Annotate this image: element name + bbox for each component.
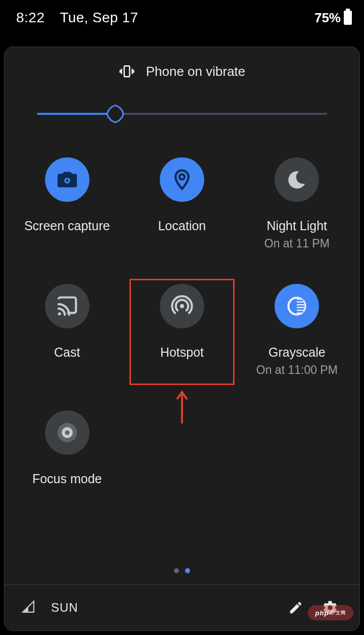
page-indicator[interactable] [5, 558, 359, 584]
signal-icon [22, 600, 35, 615]
svg-marker-1 [107, 105, 123, 122]
contrast-icon [286, 295, 308, 317]
settings-button[interactable] [318, 596, 342, 620]
annotation-arrow-icon [175, 389, 189, 425]
tile-label: Night Light [267, 218, 328, 234]
status-time: 8:22 [16, 10, 45, 26]
cast-icon [56, 294, 79, 318]
tile-focus-mode: Focus mode [10, 407, 124, 487]
tile-button-grayscale[interactable] [275, 284, 319, 328]
brightness-thumb[interactable] [106, 104, 125, 123]
tile-cast: Cast [10, 281, 124, 360]
svg-rect-0 [124, 66, 129, 76]
tile-sublabel: On at 11:00 PM [256, 363, 338, 377]
tile-label: Screen capture [24, 218, 110, 234]
page-dot[interactable] [174, 568, 179, 573]
tile-sublabel: On at 11 PM [264, 237, 330, 250]
battery-icon [344, 11, 352, 25]
tiles-grid: Screen capture Location [5, 154, 359, 558]
tile-hotspot: Hotspot [124, 281, 239, 360]
tile-button-night-light[interactable] [275, 157, 319, 202]
svg-point-11 [65, 430, 69, 435]
tile-label: Location [158, 218, 206, 234]
svg-point-6 [58, 312, 61, 315]
edit-tiles-button[interactable] [284, 596, 308, 620]
camera-icon [56, 168, 79, 191]
focus-icon [56, 421, 79, 444]
tile-label: Cast [54, 345, 80, 360]
qs-footer: SUN [5, 585, 359, 630]
tile-label: Focus mode [32, 471, 102, 487]
tile-button-cast[interactable] [45, 284, 89, 328]
battery-percent: 75% [314, 10, 341, 26]
tile-screen-capture: Screen capture [10, 154, 124, 234]
tile-label: Hotspot [160, 345, 204, 360]
tile-button-focus-mode[interactable] [45, 410, 89, 455]
pencil-icon [288, 600, 303, 615]
location-pin-icon [170, 168, 194, 191]
svg-point-5 [179, 175, 185, 180]
tile-button-screen-capture[interactable] [45, 157, 89, 202]
svg-point-4 [66, 179, 68, 182]
status-date: Tue, Sep 17 [60, 10, 139, 26]
brightness-slider[interactable] [37, 104, 327, 124]
vibrate-icon [119, 63, 135, 79]
svg-point-7 [180, 304, 184, 308]
moon-icon [285, 168, 308, 191]
tile-button-hotspot[interactable] [160, 284, 204, 328]
ringer-mode-label: Phone on vibrate [146, 64, 246, 79]
status-bar: 8:22 Tue, Sep 17 75% [0, 0, 364, 35]
ringer-mode-row[interactable]: Phone on vibrate [5, 63, 359, 79]
gear-icon [322, 600, 338, 616]
tile-button-location[interactable] [160, 157, 204, 202]
quick-settings-panel: Phone on vibrate [4, 47, 360, 631]
tile-label: Grayscale [268, 345, 326, 360]
hotspot-icon [170, 294, 194, 318]
carrier-label: SUN [51, 601, 78, 615]
tile-location: Location [124, 154, 239, 234]
page-dot[interactable] [185, 568, 190, 573]
tile-grayscale: Grayscale On at 11:00 PM [240, 281, 354, 377]
tile-night-light: Night Light On at 11 PM [240, 154, 354, 250]
